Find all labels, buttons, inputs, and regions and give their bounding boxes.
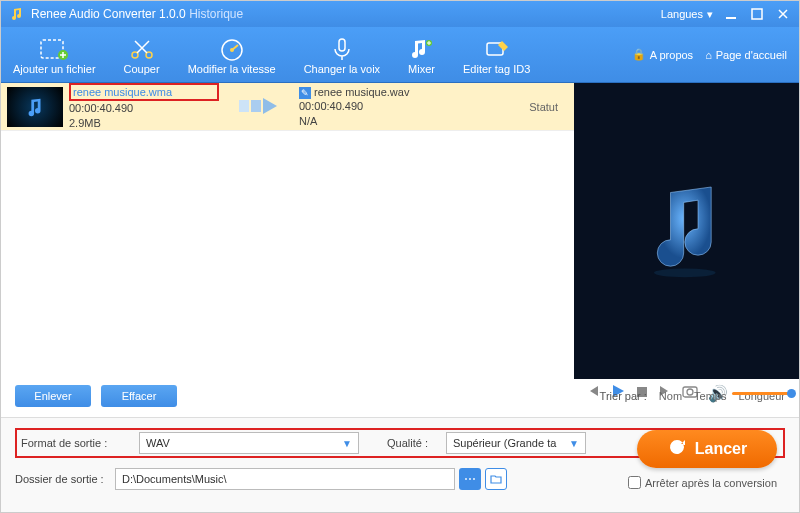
mixer-button[interactable]: Mixer (408, 35, 435, 75)
remove-button[interactable]: Enlever (15, 385, 91, 407)
launch-label: Lancer (695, 440, 747, 458)
toolbar-label: Ajouter un fichier (13, 63, 96, 75)
titlebar: Renee Audio Converter 1.0.0 Historique L… (1, 1, 799, 27)
svg-rect-0 (726, 17, 736, 19)
prev-button[interactable] (586, 384, 600, 402)
gauge-icon (219, 35, 245, 63)
svg-rect-8 (339, 39, 345, 51)
folder-input[interactable]: D:\Documents\Music\ (115, 468, 455, 490)
file-list: renee musique.wma 00:00:40.490 2.9MB ✎re… (1, 83, 574, 379)
id3-button[interactable]: Editer tag ID3 (463, 35, 530, 75)
volume-slider[interactable] (732, 392, 792, 395)
add-file-button[interactable]: Ajouter un fichier (13, 35, 96, 75)
browse-button[interactable]: ⋯ (459, 468, 481, 490)
format-value: WAV (146, 437, 170, 449)
toolbar-label: Modifier la vitesse (188, 63, 276, 75)
toolbar-label: Couper (124, 63, 160, 75)
source-duration: 00:00:40.490 (69, 101, 219, 115)
folder-value: D:\Documents\Music\ (122, 473, 227, 485)
output-panel: Format de sortie : WAV ▼ Qualité : Supér… (1, 417, 799, 513)
svg-point-13 (654, 268, 716, 277)
dest-duration: 00:00:40.490 (299, 99, 449, 113)
svg-rect-12 (251, 100, 261, 112)
dest-size: N/A (299, 114, 449, 128)
thumbnail (7, 87, 63, 127)
quality-select[interactable]: Supérieur (Grande ta ▼ (446, 432, 586, 454)
chevron-down-icon: ▼ (569, 438, 579, 449)
toolbar-label: Changer la voix (304, 63, 380, 75)
music-mix-icon (409, 35, 435, 63)
open-folder-button[interactable] (485, 468, 507, 490)
toolbar-label: Mixer (408, 63, 435, 75)
maximize-button[interactable] (749, 6, 765, 22)
language-menu[interactable]: Langues ▾ (661, 8, 713, 21)
stop-after-checkbox[interactable]: Arrêter après la conversion (628, 476, 777, 489)
about-link[interactable]: 🔒A propos (632, 48, 693, 61)
sort-label: Trier par : (600, 390, 647, 402)
chevron-down-icon: ▼ (342, 438, 352, 449)
svg-point-16 (687, 389, 693, 395)
status-label: Statut (529, 101, 558, 113)
clear-button[interactable]: Effacer (101, 385, 177, 407)
format-label: Format de sortie : (21, 437, 121, 449)
quality-value: Supérieur (Grande ta (453, 437, 556, 449)
format-select[interactable]: WAV ▼ (139, 432, 359, 454)
lock-icon: 🔒 (632, 48, 646, 61)
cut-button[interactable]: Couper (124, 35, 160, 75)
arrow-icon (239, 96, 279, 118)
dest-filename: ✎renee musique.wav (299, 85, 449, 99)
scissors-icon (129, 35, 155, 63)
list-item[interactable]: renee musique.wma 00:00:40.490 2.9MB ✎re… (1, 83, 574, 131)
tag-edit-icon (484, 35, 510, 63)
sort-name[interactable]: Nom (659, 390, 682, 402)
preview-pane (574, 83, 799, 379)
microphone-icon (329, 35, 355, 63)
source-filename: renee musique.wma (69, 83, 219, 101)
toolbar: Ajouter un fichier Couper Modifier la vi… (1, 27, 799, 83)
film-add-icon (39, 35, 69, 63)
launch-button[interactable]: Lancer (637, 430, 777, 468)
window-title: Renee Audio Converter 1.0.0 Historique (31, 7, 243, 21)
edit-icon: ✎ (299, 87, 311, 99)
sort-time[interactable]: Temps (694, 390, 726, 402)
speed-button[interactable]: Modifier la vitesse (188, 35, 276, 75)
svg-point-7 (230, 48, 234, 52)
chevron-down-icon: ▾ (707, 8, 713, 21)
refresh-icon (667, 437, 687, 461)
svg-rect-1 (752, 9, 762, 19)
voice-button[interactable]: Changer la voix (304, 35, 380, 75)
stop-after-label: Arrêter après la conversion (645, 477, 777, 489)
app-icon (9, 6, 25, 22)
home-link[interactable]: ⌂Page d'accueil (705, 49, 787, 61)
close-button[interactable] (775, 6, 791, 22)
home-icon: ⌂ (705, 49, 712, 61)
quality-label: Qualité : (387, 437, 428, 449)
svg-rect-11 (239, 100, 249, 112)
source-size: 2.9MB (69, 116, 219, 130)
minimize-button[interactable] (723, 6, 739, 22)
toolbar-label: Editer tag ID3 (463, 63, 530, 75)
stop-after-input[interactable] (628, 476, 641, 489)
folder-label: Dossier de sortie : (15, 473, 115, 485)
